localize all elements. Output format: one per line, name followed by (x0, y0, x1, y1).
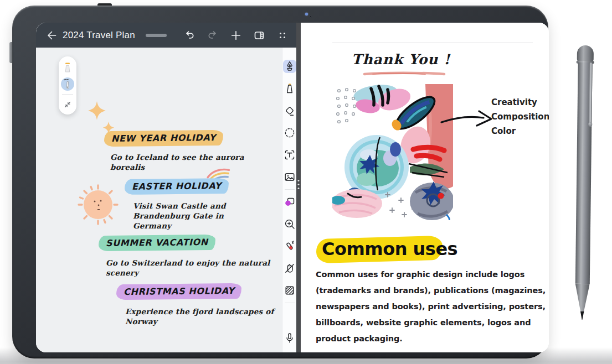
sparkle-icon (86, 100, 108, 123)
underline-scribble-icon (363, 71, 446, 77)
entry-highlight: CHRISTMAS HOLIDAY (116, 283, 242, 300)
tablet-frame: 2024 Travel Plan (12, 6, 548, 358)
drag-handle[interactable] (146, 34, 167, 37)
body-paragraph: Common uses for graphic design include l… (316, 267, 549, 347)
reader-app[interactable]: Thank You ! (301, 23, 549, 352)
callout-label: Color (491, 124, 549, 138)
undo-button[interactable] (183, 29, 196, 41)
notes-toolbar: 2024 Travel Plan (36, 23, 296, 48)
text-tool-icon (284, 149, 296, 161)
callout-label: Creativity (491, 95, 549, 110)
camera-sensor-icon (310, 15, 312, 18)
page-script-title: Thank You ! (346, 51, 456, 67)
pen-icon (284, 60, 296, 72)
entry-title-text: NEW YEAR HOLIDAY (111, 132, 216, 144)
microphone-icon (284, 332, 296, 344)
section-heading: Common uses (316, 235, 463, 263)
magnifier-plus-icon (284, 218, 296, 230)
stylus-clip (589, 63, 592, 124)
more-grid-button[interactable] (276, 29, 289, 41)
stylus-tip (580, 311, 584, 320)
entry-title-text: SUMMER VACATION (106, 237, 208, 248)
tool-microphone-button[interactable] (283, 331, 296, 345)
tool-text-button[interactable] (283, 148, 296, 162)
shapes-icon (284, 196, 296, 208)
pattern-fill-icon (284, 284, 296, 297)
lasso-select-icon (284, 127, 296, 139)
front-camera-icon (305, 13, 308, 15)
entry-description: Visit Swan Castle and Brandenburg Gate i… (133, 201, 265, 231)
callout-arrow-icon (440, 110, 496, 130)
notes-app: 2024 Travel Plan (36, 23, 296, 352)
marker-icon (284, 82, 296, 95)
rail-divider (285, 303, 295, 303)
divider-handle-icon[interactable] (298, 180, 300, 189)
tool-eraser-button[interactable] (283, 104, 296, 117)
undo-icon (184, 30, 195, 41)
laser-pointer-icon (284, 240, 296, 252)
add-page-button[interactable] (230, 29, 242, 41)
flower-artwork (332, 84, 453, 220)
entry-description: Experience the fjord landscapes of Norwa… (125, 306, 291, 326)
image-icon (284, 171, 296, 183)
scene: 2024 Travel Plan (0, 0, 612, 364)
plus-icon (230, 30, 241, 41)
redo-button[interactable] (207, 29, 219, 41)
tool-shapes-button[interactable] (283, 195, 296, 209)
tool-pen-button[interactable] (283, 60, 296, 73)
stylus-cone (575, 284, 590, 313)
screen: 2024 Travel Plan (36, 23, 549, 352)
split-view-button[interactable] (253, 29, 265, 41)
callout-label: Composition (491, 110, 549, 124)
grid-dots-icon (277, 30, 288, 41)
tool-zoom-button[interactable] (283, 217, 296, 231)
entry-highlight: EASTER HOLIDAY (125, 178, 229, 195)
back-button[interactable] (45, 29, 57, 41)
split-screen-divider[interactable] (296, 23, 301, 352)
back-arrow-icon (45, 30, 56, 41)
tool-marker-button[interactable] (283, 82, 296, 95)
entry-title-text: CHRISTMAS HOLIDAY (124, 285, 235, 297)
stylus-cap (577, 45, 594, 62)
entry-highlight: SUMMER VACATION (99, 235, 215, 251)
entry-title-text: EASTER HOLIDAY (132, 180, 222, 192)
stylus-pen (571, 45, 596, 322)
redo-icon (207, 30, 218, 41)
entry-description: Go to Switzerland to enjoy the natural s… (106, 258, 277, 278)
entry-description: Go to Iceland to see the aurora borealis (110, 152, 265, 172)
tool-rail (282, 48, 296, 352)
note-title: 2024 Travel Plan (63, 30, 135, 41)
entry-highlight: NEW YEAR HOLIDAY (104, 130, 223, 147)
tool-image-button[interactable] (283, 170, 296, 184)
sun-doodle-icon (76, 183, 120, 227)
tool-laser-button[interactable] (283, 240, 296, 253)
callout-labels: Creativity Composition Color (491, 95, 549, 138)
tool-touch-disable-button[interactable] (283, 262, 296, 275)
note-canvas[interactable]: NEW YEAR HOLIDAY Go to Iceland to see th… (36, 48, 282, 352)
tool-pattern-button[interactable] (283, 284, 296, 297)
tool-lasso-button[interactable] (283, 126, 296, 139)
touch-disabled-icon (284, 262, 296, 274)
section-heading-wrap: Common uses (316, 235, 463, 263)
rail-divider (285, 189, 295, 190)
page-edge (332, 42, 533, 43)
split-view-icon (254, 30, 265, 41)
stylus-clip-ball (588, 122, 592, 127)
eraser-icon (284, 105, 296, 117)
